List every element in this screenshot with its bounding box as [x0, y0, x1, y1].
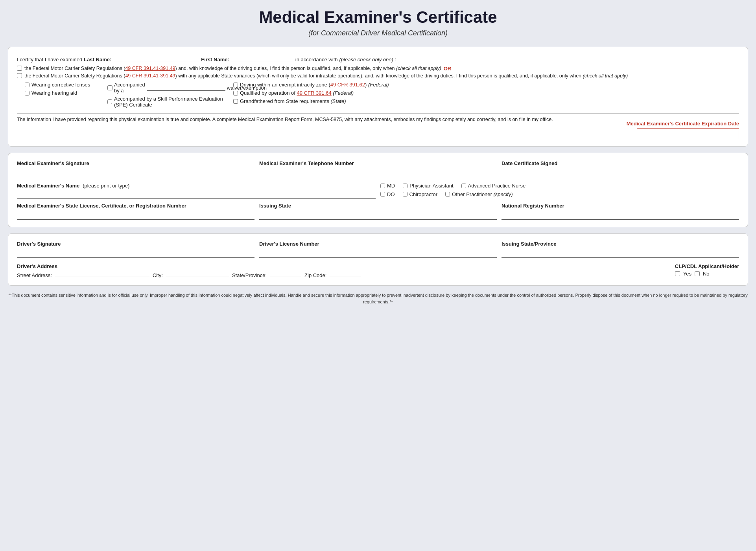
state-province-field[interactable] [270, 271, 301, 277]
hearing-aid-label: Wearing hearing aid [31, 90, 77, 96]
cred-other: Other Practitioner (specify) [445, 191, 556, 197]
cred-pa: Physician Assistant [403, 183, 453, 189]
driver-lic-label: Driver's License Number [259, 241, 497, 247]
city-field[interactable] [166, 271, 229, 277]
corrective-lenses-checkbox[interactable] [25, 83, 30, 87]
lic-label: Medical Examiner's State License, Certif… [17, 203, 254, 209]
cred-other-field[interactable] [516, 191, 556, 197]
corrective-lenses-label: Wearing corrective lenses [31, 82, 90, 88]
conditions-col2: Accompanied by a waiver/exemption Accomp… [107, 82, 225, 108]
cred-pa-checkbox[interactable] [403, 184, 408, 188]
reg1-checkbox[interactable] [17, 66, 22, 71]
examiner-sig-block: Medical Examiner's Signature [17, 160, 254, 177]
zip-field[interactable] [330, 271, 361, 277]
waiver-field[interactable] [147, 84, 225, 91]
intracity-checkbox[interactable] [233, 83, 238, 87]
state-province-label: State/Province: [232, 272, 267, 278]
page-subtitle: (for Commercial Driver Medical Certifica… [8, 29, 748, 37]
issuing-state-label: Issuing State [259, 203, 497, 209]
certify-suffix: in accordance with [295, 57, 338, 62]
driver-address-label: Driver's Address [17, 263, 670, 269]
grandfathered-checkbox[interactable] [233, 99, 238, 104]
examiner-date-block: Date Certificate Signed [502, 160, 739, 177]
driver-card: Driver's Signature Driver's License Numb… [8, 233, 748, 286]
spe-checkbox[interactable] [107, 99, 112, 104]
street-field[interactable] [55, 271, 149, 277]
driver-sig-field[interactable] [17, 248, 254, 258]
grandfathered-label: Grandfathered from State requirements (S… [240, 98, 346, 104]
reg2-link[interactable]: 49 CFR 391.41-391.49 [125, 73, 175, 79]
examiner-sig-label: Medical Examiner's Signature [17, 160, 254, 166]
reg1-check-note: (check all that apply) [396, 66, 441, 71]
examiner-sig-field[interactable] [17, 168, 254, 177]
certify-prefix: I certify that I have examined [17, 57, 82, 62]
driver-state-block: Issuing State/Province [502, 241, 739, 258]
regulation-row-1: the Federal Motor Carrier Safety Regulat… [17, 66, 739, 72]
cred-chiro: Chiropractor [403, 191, 438, 197]
cred-apn-label: Advanced Practice Nurse [468, 183, 526, 189]
examiner-name-field[interactable] [17, 189, 376, 199]
qualified-label: Qualified by operation of 49 CFR 391.64 … [240, 90, 354, 96]
reg2-text: the Federal Motor Carrier Safety Regulat… [24, 73, 628, 79]
spe-row: Accompanied by a Skill Performance Evalu… [107, 96, 225, 108]
last-name-field[interactable] [113, 54, 199, 61]
statement-text: The information I have provided regardin… [17, 117, 620, 122]
clp-yes-checkbox[interactable] [675, 271, 680, 276]
conditions-col1: Wearing corrective lenses Wearing hearin… [25, 82, 107, 108]
examiner-tel-label: Medical Examiner's Telephone Number [259, 160, 497, 166]
driver-lic-field[interactable] [259, 248, 497, 258]
waiver-checkbox[interactable] [107, 85, 112, 90]
last-name-label: Last Name: [84, 57, 111, 62]
cred-apn-checkbox[interactable] [461, 184, 466, 188]
national-registry-block: National Registry Number [502, 203, 739, 220]
cred-md-label: MD [387, 183, 395, 189]
reg2-checkbox[interactable] [17, 73, 22, 78]
clp-no-checkbox[interactable] [695, 271, 700, 276]
credentials-row2: DO Chiropractor Other Practitioner (spec… [380, 191, 739, 197]
cred-do: DO [380, 191, 395, 197]
examiner-name-sub: (please print or type) [83, 183, 129, 189]
certify-line: I certify that I have examined Last Name… [17, 54, 739, 62]
qualified-checkbox[interactable] [233, 91, 238, 96]
examiner-date-field[interactable] [502, 168, 739, 177]
intracity-row: Driving within an exempt intracity zone … [233, 82, 739, 88]
statement-row: The information I have provided regardin… [17, 117, 739, 139]
clp-yes-label: Yes [683, 271, 691, 277]
reg1-link[interactable]: 49 CFR 391.41-391.49 [125, 66, 175, 71]
cred-md-checkbox[interactable] [380, 184, 385, 188]
clp-block: CLP/CDL Applicant/Holder Yes No [675, 263, 739, 277]
expiry-field[interactable] [637, 128, 739, 139]
driver-state-label: Issuing State/Province [502, 241, 739, 247]
cred-other-checkbox[interactable] [445, 192, 450, 197]
condition-corrective-lenses: Wearing corrective lenses [25, 82, 107, 88]
driver-lic-block: Driver's License Number [259, 241, 497, 258]
intracity-link[interactable]: 49 CFR 391.62 [330, 82, 365, 88]
expiry-label: Medical Examiner's Certificate Expiratio… [627, 121, 739, 127]
intracity-label: Driving within an exempt intracity zone … [240, 82, 389, 88]
issuing-state-field[interactable] [259, 210, 497, 220]
cred-do-checkbox[interactable] [380, 192, 385, 197]
examiner-tel-field[interactable] [259, 168, 497, 177]
expiry-section: Medical Examiner's Certificate Expiratio… [627, 121, 739, 139]
cred-other-label: Other Practitioner (specify) [452, 191, 513, 197]
waiver-label: Accompanied by a [114, 82, 145, 94]
grandfathered-row: Grandfathered from State requirements (S… [233, 98, 739, 104]
qualified-link[interactable]: 49 CFR 391.64 [297, 90, 332, 96]
clp-label: CLP/CDL Applicant/Holder [675, 263, 739, 269]
national-registry-field[interactable] [502, 210, 739, 220]
conditions-col3: Driving within an exempt intracity zone … [225, 82, 739, 108]
hearing-aid-checkbox[interactable] [25, 91, 30, 96]
reg2-check-note: (check all that apply) [583, 73, 628, 79]
cred-pa-label: Physician Assistant [409, 183, 453, 189]
lic-field[interactable] [17, 210, 254, 220]
driver-sig-label: Driver's Signature [17, 241, 254, 247]
address-fields: Street Address: City: State/Province: Zi… [17, 271, 670, 278]
spe-label: Accompanied by a Skill Performance Evalu… [114, 96, 225, 108]
first-name-field[interactable] [231, 54, 294, 61]
reg1-text: the Federal Motor Carrier Safety Regulat… [24, 66, 441, 71]
driver-address-block: Driver's Address Street Address: City: S… [17, 263, 670, 278]
examiner-card: Medical Examiner's Signature Medical Exa… [8, 153, 748, 227]
driver-state-field[interactable] [502, 248, 739, 258]
credentials-block: MD Physician Assistant Advanced Practice… [380, 183, 739, 199]
cred-chiro-checkbox[interactable] [403, 192, 408, 197]
